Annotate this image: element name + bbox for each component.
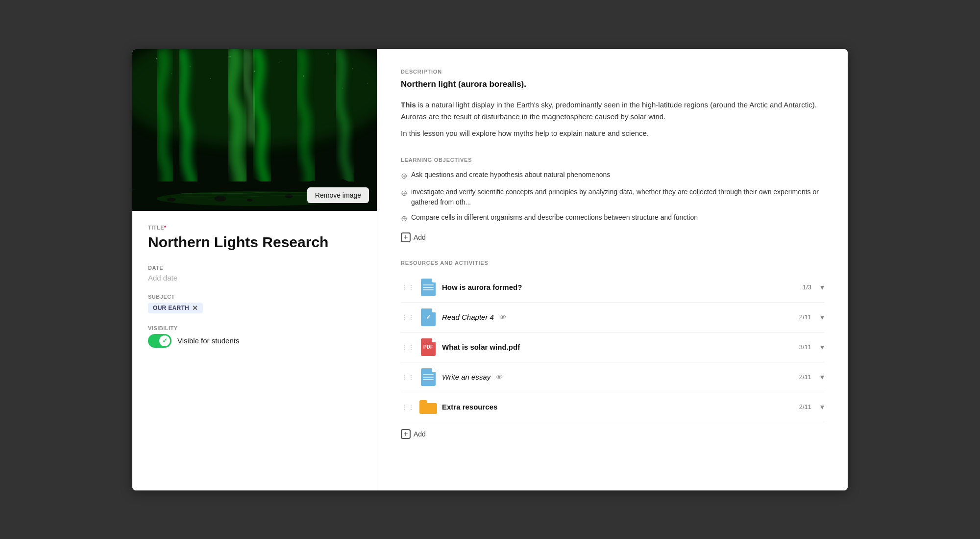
resource-badge-4: 2/11 xyxy=(799,373,811,381)
objective-text-3: Compare cells in different organisms and… xyxy=(411,212,698,223)
objectives-label: LEARNING OBJECTIVES xyxy=(401,157,824,163)
visibility-row: Visible for students xyxy=(148,334,361,348)
toggle-knob xyxy=(159,335,170,346)
objective-icon-3: ⊕ xyxy=(401,213,407,225)
resource-row-2[interactable]: ⋮⋮ ✓ Read Chapter 4 👁 2/11 ▾ xyxy=(401,303,824,333)
remove-image-button[interactable]: Remove image xyxy=(307,187,369,203)
resource-icon-3: PDF xyxy=(419,338,437,356)
resource-badge-2: 2/11 xyxy=(799,313,811,321)
resource-badge-3: 3/11 xyxy=(799,343,811,351)
resource-icon-2: ✓ xyxy=(419,308,437,326)
add-resource-button[interactable]: + Add xyxy=(401,429,426,439)
write-icon-4 xyxy=(421,368,436,386)
right-panel: DESCRIPTION Northern light (aurora borea… xyxy=(377,49,848,490)
description-label: DESCRIPTION xyxy=(401,69,824,75)
subject-section: SUBJECT OUR EARTH ✕ xyxy=(148,294,361,313)
title-section: TITLE* Northern Lights Research xyxy=(148,225,361,251)
drag-handle-3[interactable]: ⋮⋮ xyxy=(401,343,415,351)
pdf-icon-3: PDF xyxy=(421,338,436,356)
objectives-section: LEARNING OBJECTIVES ⊕ Ask questions and … xyxy=(401,157,824,242)
date-section: DATE Add date xyxy=(148,265,361,282)
svg-point-18 xyxy=(285,194,293,198)
hero-image: Remove image xyxy=(132,49,377,211)
left-panel: Remove image TITLE* Northern Lights Rese… xyxy=(132,49,377,490)
objective-text-1: Ask questions and create hypothesis abou… xyxy=(411,170,610,180)
resource-chevron-2[interactable]: ▾ xyxy=(820,312,824,322)
lesson-title: Northern Lights Research xyxy=(148,233,361,251)
subject-label: SUBJECT xyxy=(148,294,361,300)
objective-text-2: investigate and verify scientific concep… xyxy=(411,187,824,207)
drag-handle-2[interactable]: ⋮⋮ xyxy=(401,313,415,321)
doc-icon-1 xyxy=(421,279,436,296)
svg-point-19 xyxy=(247,199,253,202)
resource-icon-1 xyxy=(419,279,437,296)
add-objective-button[interactable]: + Add xyxy=(401,232,426,242)
resource-name-5: Extra resources xyxy=(442,403,794,411)
resource-badge-5: 2/11 xyxy=(799,403,811,411)
resource-chevron-5[interactable]: ▾ xyxy=(820,402,824,411)
title-label: TITLE* xyxy=(148,225,361,231)
resources-label: RESOURCES AND ACTIVITIES xyxy=(401,260,824,266)
resources-section: RESOURCES AND ACTIVITIES ⋮⋮ How is auror… xyxy=(401,260,824,439)
app-container: Remove image TITLE* Northern Lights Rese… xyxy=(132,49,848,490)
resource-row-4[interactable]: ⋮⋮ Write an essay 👁 2/11 ▾ xyxy=(401,362,824,392)
objective-icon-2: ⊕ xyxy=(401,187,407,199)
eye-icon-4: 👁 xyxy=(495,373,502,381)
visibility-label: VISIBILITY xyxy=(148,325,361,331)
description-secondary: In this lesson you will explore how myth… xyxy=(401,128,824,139)
visibility-toggle[interactable] xyxy=(148,334,172,348)
folder-icon-5 xyxy=(419,400,437,414)
resource-chevron-3[interactable]: ▾ xyxy=(820,342,824,352)
resource-name-4: Write an essay 👁 xyxy=(442,373,794,381)
objective-item-1: ⊕ Ask questions and create hypothesis ab… xyxy=(401,170,824,182)
add-objective-label: Add xyxy=(414,233,426,241)
drag-handle-1[interactable]: ⋮⋮ xyxy=(401,283,415,291)
resource-chevron-1[interactable]: ▾ xyxy=(820,282,824,292)
objective-item-2: ⊕ investigate and verify scientific conc… xyxy=(401,187,824,207)
resource-row-1[interactable]: ⋮⋮ How is aurora formed? 1/3 ▾ xyxy=(401,273,824,303)
svg-point-17 xyxy=(215,196,226,202)
add-resource-label: Add xyxy=(414,430,426,438)
resource-row-5[interactable]: ⋮⋮ Extra resources 2/11 ▾ xyxy=(401,392,824,422)
date-label: DATE xyxy=(148,265,361,271)
drag-handle-4[interactable]: ⋮⋮ xyxy=(401,373,415,381)
resource-row-3[interactable]: ⋮⋮ PDF What is solar wind.pdf 3/11 ▾ xyxy=(401,333,824,362)
remove-subject-button[interactable]: ✕ xyxy=(192,305,198,311)
add-resource-plus-icon: + xyxy=(401,429,411,439)
plus-icon: + xyxy=(401,232,411,242)
description-body: This is a natural light display in the E… xyxy=(401,99,824,123)
description-title: Northern light (aurora borealis). xyxy=(401,79,824,89)
date-value[interactable]: Add date xyxy=(148,274,361,282)
resource-badge-1: 1/3 xyxy=(803,283,811,291)
objective-icon-1: ⊕ xyxy=(401,170,407,182)
visibility-section: VISIBILITY Visible for students xyxy=(148,325,361,348)
subject-tag[interactable]: OUR EARTH ✕ xyxy=(148,303,203,313)
resource-name-1: How is aurora formed? xyxy=(442,283,798,291)
subject-tag-text: OUR EARTH xyxy=(153,305,189,311)
left-content: TITLE* Northern Lights Research DATE Add… xyxy=(132,211,377,490)
svg-point-21 xyxy=(167,198,176,202)
resource-name-3: What is solar wind.pdf xyxy=(442,343,794,351)
resource-chevron-4[interactable]: ▾ xyxy=(820,372,824,382)
drag-handle-5[interactable]: ⋮⋮ xyxy=(401,403,415,411)
resource-icon-4 xyxy=(419,368,437,386)
resource-name-2: Read Chapter 4 👁 xyxy=(442,313,794,321)
objective-item-3: ⊕ Compare cells in different organisms a… xyxy=(401,212,824,225)
visibility-value: Visible for students xyxy=(177,336,239,345)
eye-icon-2: 👁 xyxy=(499,313,506,321)
aurora-svg xyxy=(132,49,377,211)
resource-icon-5 xyxy=(419,398,437,416)
